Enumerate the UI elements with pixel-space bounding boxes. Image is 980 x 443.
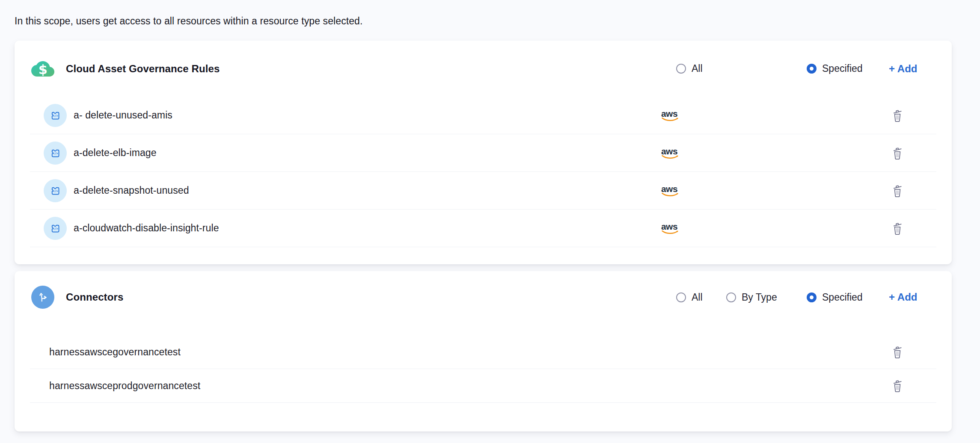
connectors-add-button[interactable]: + Add — [889, 291, 917, 303]
connectors-radio-specified[interactable]: Specified — [807, 292, 889, 303]
delete-rule-button[interactable] — [891, 146, 904, 160]
governance-scope-options: All Specified + Add — [676, 63, 920, 75]
rule-name: a-cloudwatch-disable-insight-rule — [74, 222, 219, 234]
governance-rule-icon: </> — [44, 142, 67, 165]
governance-rule-row: </> a-cloudwatch-disable-insight-rule aw… — [30, 210, 936, 247]
rule-name: a-delete-snapshot-unused — [74, 185, 189, 196]
aws-logo-text: aws — [661, 146, 677, 155]
svg-text:</>: </> — [53, 227, 58, 230]
governance-rule-row: </> a- delete-unused-amis aws — [30, 97, 936, 134]
connectors-radio-all-label[interactable]: All — [692, 292, 703, 303]
connectors-radio-specified-label[interactable]: Specified — [822, 292, 863, 303]
connectors-radio-bytype[interactable]: By Type — [726, 292, 807, 303]
cloud-dollar-icon: $ — [31, 57, 54, 80]
aws-logo: aws — [659, 222, 679, 235]
scope-description: In this scope, users get access to all r… — [15, 15, 363, 27]
governance-card-title: Cloud Asset Governance Rules — [66, 63, 220, 75]
governance-rule-icon: </> — [44, 217, 67, 240]
connectors-card-header: Connectors All By Type Specified + Add — [15, 271, 952, 323]
rule-name: a- delete-unused-amis — [74, 109, 172, 121]
delete-connector-button[interactable] — [891, 379, 904, 393]
svg-text:</>: </> — [53, 114, 58, 118]
radio-unselected-icon[interactable] — [676, 292, 686, 302]
aws-logo: aws — [659, 109, 679, 122]
aws-logo-text: aws — [661, 184, 677, 193]
aws-logo-text: aws — [661, 109, 677, 118]
connector-branch-icon — [31, 286, 54, 309]
governance-rule-icon: </> — [44, 104, 67, 127]
governance-radio-specified[interactable]: Specified — [807, 63, 889, 74]
svg-text:</>: </> — [53, 189, 58, 193]
connectors-scope-options: All By Type Specified + Add — [676, 291, 920, 303]
radio-unselected-icon[interactable] — [676, 64, 686, 74]
connectors-radio-bytype-label[interactable]: By Type — [742, 292, 777, 303]
radio-selected-icon[interactable] — [807, 292, 817, 302]
connector-row: harnessawscegovernancetest — [30, 335, 936, 369]
connector-row: harnessawsceprodgovernancetest — [30, 369, 936, 403]
aws-logo-text: aws — [661, 222, 677, 230]
connectors-list: harnessawscegovernancetest harn — [30, 335, 936, 403]
governance-radio-specified-label[interactable]: Specified — [822, 63, 863, 74]
aws-logo: aws — [659, 184, 679, 197]
governance-add-button[interactable]: + Add — [889, 63, 917, 75]
radio-selected-icon[interactable] — [807, 64, 817, 74]
connectors-card-title: Connectors — [66, 291, 123, 303]
delete-connector-button[interactable] — [891, 345, 904, 359]
governance-rule-icon: </> — [44, 179, 67, 202]
governance-rules-card: $ Cloud Asset Governance Rules All Speci… — [15, 41, 952, 264]
governance-radio-all-label[interactable]: All — [692, 63, 703, 74]
connector-name: harnessawsceprodgovernancetest — [49, 380, 200, 392]
connector-name: harnessawscegovernancetest — [49, 346, 181, 358]
governance-rule-row: </> a-delete-snapshot-unused aws — [30, 172, 936, 210]
rule-name: a-delete-elb-image — [74, 147, 157, 159]
governance-rules-list: </> a- delete-unused-amis aws — [30, 97, 936, 247]
governance-rule-row: </> a-delete-elb-image aws — [30, 134, 936, 172]
radio-unselected-icon[interactable] — [726, 292, 736, 302]
governance-radio-all[interactable]: All — [676, 63, 726, 74]
aws-logo: aws — [659, 146, 679, 159]
svg-text:</>: </> — [53, 152, 58, 155]
delete-rule-button[interactable] — [891, 184, 904, 198]
connectors-card: Connectors All By Type Specified + Add h… — [15, 271, 952, 431]
connectors-radio-all[interactable]: All — [676, 292, 726, 303]
delete-rule-button[interactable] — [891, 222, 904, 235]
governance-card-header: $ Cloud Asset Governance Rules All Speci… — [15, 41, 952, 97]
delete-rule-button[interactable] — [891, 109, 904, 122]
svg-text:$: $ — [39, 62, 48, 77]
